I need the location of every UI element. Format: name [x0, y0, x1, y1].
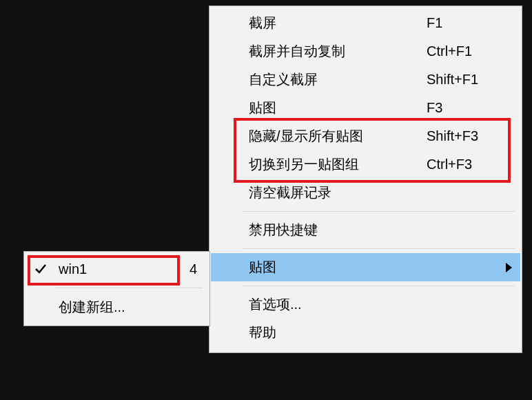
- menu-item-label: 截屏: [249, 14, 427, 32]
- submenu-item-label: 创建新组...: [59, 298, 170, 317]
- menu-item-label: 首选项...: [249, 295, 427, 314]
- context-menu-sub: win1 4 创建新组...: [23, 251, 210, 326]
- menu-item-label: 贴图: [249, 258, 509, 277]
- menu-item-label: 切换到另一贴图组: [249, 155, 427, 174]
- menu-item-clear-history[interactable]: 清空截屏记录: [211, 179, 520, 207]
- menu-separator: [243, 248, 515, 249]
- menu-separator: [54, 288, 203, 288]
- menu-item-help[interactable]: 帮助: [211, 319, 520, 347]
- menu-item-screenshot-copy[interactable]: 截屏并自动复制 Ctrl+F1: [211, 37, 520, 66]
- menu-item-pin[interactable]: 贴图 F3: [211, 94, 520, 122]
- menu-item-screenshot[interactable]: 截屏 F1: [211, 9, 520, 37]
- menu-item-label: 隐藏/显示所有贴图: [249, 127, 427, 146]
- menu-item-pin-groups[interactable]: 贴图: [211, 253, 520, 281]
- menu-separator: [243, 211, 515, 212]
- menu-item-shortcut: F1: [427, 15, 509, 31]
- menu-item-shortcut: F3: [427, 100, 509, 116]
- menu-item-shortcut: Ctrl+F1: [427, 43, 509, 59]
- menu-item-preferences[interactable]: 首选项...: [211, 290, 520, 319]
- check-icon: [34, 262, 48, 276]
- menu-item-custom-screenshot[interactable]: 自定义截屏 Shift+F1: [211, 66, 520, 94]
- submenu-item-label: win1: [59, 261, 170, 277]
- submenu-item-new-group[interactable]: 创建新组...: [25, 292, 208, 321]
- menu-item-label: 自定义截屏: [249, 70, 427, 89]
- menu-item-label: 帮助: [249, 323, 427, 342]
- menu-item-switch-pin-group[interactable]: 切换到另一贴图组 Ctrl+F3: [211, 150, 520, 179]
- submenu-item-count: 4: [170, 261, 197, 277]
- menu-item-shortcut: Shift+F1: [427, 72, 509, 88]
- menu-item-label: 清空截屏记录: [249, 183, 427, 202]
- menu-item-shortcut: Ctrl+F3: [427, 157, 509, 172]
- menu-item-label: 截屏并自动复制: [249, 42, 427, 61]
- menu-separator: [243, 286, 515, 286]
- submenu-arrow-icon: [506, 263, 512, 272]
- menu-item-label: 贴图: [249, 99, 427, 117]
- menu-item-toggle-all-pins[interactable]: 隐藏/显示所有贴图 Shift+F3: [211, 122, 520, 150]
- context-menu-main: 截屏 F1 截屏并自动复制 Ctrl+F1 自定义截屏 Shift+F1 贴图 …: [209, 6, 522, 353]
- menu-item-shortcut: Shift+F3: [427, 128, 509, 144]
- menu-item-disable-hotkeys[interactable]: 禁用快捷键: [211, 216, 520, 244]
- menu-item-label: 禁用快捷键: [249, 221, 427, 239]
- submenu-item-group[interactable]: win1 4: [25, 254, 208, 283]
